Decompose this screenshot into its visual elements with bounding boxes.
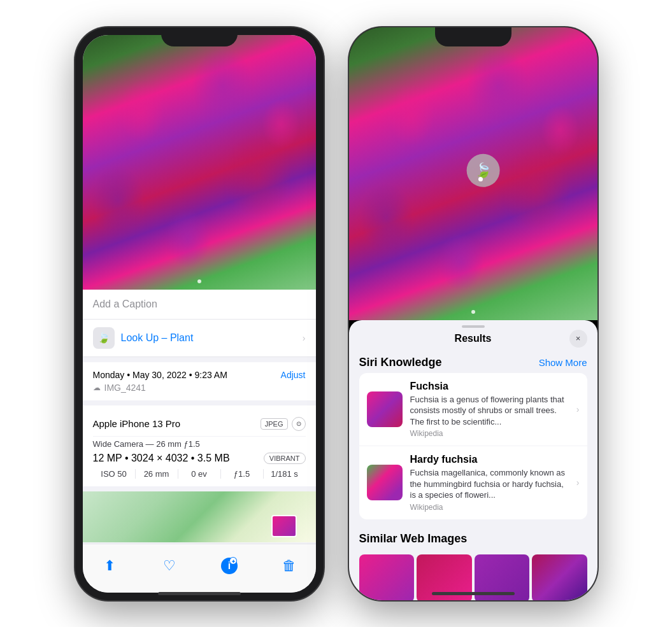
info-button[interactable]: i ✦	[215, 552, 243, 580]
left-screen: Add a Caption 🍃 Look Up – Plant › Monday…	[83, 35, 316, 593]
device-badges: JPEG ⊙	[261, 417, 306, 431]
flower-photo[interactable]	[83, 35, 316, 290]
vibrant-badge: VIBRANT	[264, 453, 306, 464]
flower-overlay	[83, 35, 316, 290]
fuchsia-content: Fuchsia Fuchsia is a genus of flowering …	[410, 381, 569, 439]
hardy-content: Hardy fuchsia Fuchsia magellanica, commo…	[410, 454, 569, 512]
results-title: Results	[455, 333, 492, 344]
knowledge-item-hardy[interactable]: Hardy fuchsia Fuchsia magellanica, commo…	[359, 446, 587, 519]
lookup-dot	[478, 177, 483, 181]
info-icon: i ✦	[220, 557, 238, 575]
lookup-icon: 🍃	[93, 327, 115, 349]
hardy-thumbnail	[367, 465, 403, 500]
exif-row: ISO 50 26 mm 0 ev ƒ1.5 1/181 s	[93, 465, 306, 480]
right-home-indicator	[432, 592, 515, 595]
right-notch	[435, 27, 511, 46]
adjust-button[interactable]: Adjust	[281, 370, 306, 380]
format-badge: JPEG	[261, 418, 288, 430]
svg-text:✦: ✦	[231, 559, 235, 565]
fuchsia-desc: Fuchsia is a genus of flowering plants t…	[410, 394, 569, 428]
page-indicator	[197, 279, 201, 283]
siri-knowledge-title: Siri Knowledge	[359, 356, 442, 369]
share-button[interactable]: ⬆	[96, 552, 124, 580]
results-header: Results ×	[349, 328, 597, 349]
exif-ev: 0 ev	[178, 469, 221, 479]
knowledge-item-fuchsia[interactable]: Fuchsia Fuchsia is a genus of flowering …	[359, 373, 587, 446]
leaf-icon: 🍃	[97, 332, 110, 344]
lookup-row[interactable]: 🍃 Look Up – Plant ›	[83, 320, 316, 357]
meta-date-row: Monday • May 30, 2022 • 9:23 AM Adjust	[93, 370, 306, 380]
resolution-text: 12 MP • 3024 × 4032 • 3.5 MB	[93, 453, 230, 464]
bottom-toolbar: ⬆ ♡ i ✦ 🗑	[83, 544, 316, 593]
map-photo-thumb	[271, 515, 297, 537]
right-flower-photo: 🍃	[349, 27, 597, 320]
camera-specs: Wide Camera — 26 mm ƒ1.5	[93, 437, 306, 451]
show-more-button[interactable]: Show More	[539, 357, 587, 368]
similar-header: Similar Web Images	[359, 526, 587, 549]
info-panel: Add a Caption 🍃 Look Up – Plant › Monday…	[83, 290, 316, 544]
siri-knowledge-header: Siri Knowledge Show More	[359, 349, 587, 373]
device-section: Apple iPhone 13 Pro JPEG ⊙ Wide Camera —…	[83, 405, 316, 486]
favorite-button[interactable]: ♡	[155, 552, 183, 580]
right-phone: 🍃 Results × Siri Knowledge Show More	[349, 27, 597, 600]
fuchsia-name: Fuchsia	[410, 381, 569, 392]
lookup-text: Look Up – Plant	[121, 332, 194, 344]
hardy-source: Wikipedia	[410, 503, 569, 512]
home-indicator	[158, 592, 241, 595]
cloud-icon: ☁	[93, 383, 101, 392]
exif-iso: ISO 50	[93, 469, 136, 479]
knowledge-card: Fuchsia Fuchsia is a genus of flowering …	[359, 373, 587, 519]
left-phone: Add a Caption 🍃 Look Up – Plant › Monday…	[75, 27, 324, 600]
map-thumbnail[interactable]	[83, 491, 316, 542]
results-panel: Results × Siri Knowledge Show More Fuchs…	[349, 320, 597, 600]
specs-detail-row: 12 MP • 3024 × 4032 • 3.5 MB VIBRANT	[93, 451, 306, 465]
hardy-desc: Fuchsia magellanica, commonly known as t…	[410, 467, 569, 501]
caption-field[interactable]: Add a Caption	[83, 290, 316, 320]
leaf-visual-icon: 🍃	[475, 162, 492, 178]
hardy-name: Hardy fuchsia	[410, 454, 569, 465]
meta-date: Monday • May 30, 2022 • 9:23 AM	[93, 370, 227, 380]
close-button[interactable]: ×	[569, 330, 587, 348]
similar-section: Similar Web Images	[349, 519, 597, 600]
lookup-subject: Plant	[170, 332, 193, 343]
hardy-chevron-icon: ›	[576, 477, 580, 488]
visual-lookup-button[interactable]: 🍃	[466, 153, 499, 187]
similar-image-1[interactable]	[359, 554, 415, 600]
siri-knowledge-section: Siri Knowledge Show More Fuchsia Fuchsia…	[349, 349, 597, 519]
right-page-indicator	[471, 310, 475, 314]
similar-title: Similar Web Images	[359, 532, 468, 546]
device-row: Apple iPhone 13 Pro JPEG ⊙	[93, 412, 306, 437]
exif-shutter: 1/181 s	[264, 469, 306, 479]
chevron-right-icon: ›	[303, 333, 306, 343]
right-screen: 🍃 Results × Siri Knowledge Show More	[349, 27, 597, 600]
delete-button[interactable]: 🗑	[275, 552, 303, 580]
fuchsia-thumbnail	[367, 391, 403, 427]
fuchsia-chevron-icon: ›	[576, 404, 580, 414]
meta-section: Monday • May 30, 2022 • 9:23 AM Adjust ☁…	[83, 362, 316, 400]
fuchsia-source: Wikipedia	[410, 429, 569, 438]
similar-image-4[interactable]	[532, 554, 587, 600]
settings-icon: ⊙	[292, 417, 306, 431]
meta-filename: ☁ IMG_4241	[93, 383, 306, 393]
notch	[161, 27, 238, 46]
exif-aperture: ƒ1.5	[221, 469, 264, 479]
exif-focal: 26 mm	[136, 469, 178, 479]
device-name: Apple iPhone 13 Pro	[93, 418, 181, 429]
